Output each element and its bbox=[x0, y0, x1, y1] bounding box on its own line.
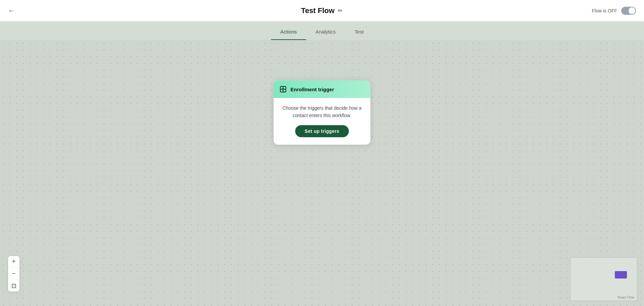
edit-icon[interactable]: ✏ bbox=[338, 7, 343, 14]
zoom-fit-button[interactable]: ⊡ bbox=[8, 280, 19, 292]
react-flow-label: React Flow bbox=[618, 296, 634, 299]
header-center: Test Flow ✏ bbox=[301, 6, 343, 15]
back-button[interactable]: ← bbox=[8, 7, 15, 14]
enrollment-trigger-icon bbox=[279, 85, 287, 93]
flow-canvas: Enrollment trigger Choose the triggers t… bbox=[0, 40, 644, 306]
tab-analytics[interactable]: Analytics bbox=[306, 26, 345, 40]
flow-status-label: Flow is OFF bbox=[592, 8, 617, 13]
tab-actions[interactable]: Actions bbox=[271, 26, 306, 40]
tab-test[interactable]: Test bbox=[345, 26, 373, 40]
enrollment-card[interactable]: Enrollment trigger Choose the triggers t… bbox=[273, 80, 371, 145]
card-header-title: Enrollment trigger bbox=[290, 87, 334, 92]
card-description: Choose the triggers that decide how a co… bbox=[280, 105, 364, 119]
app-header: ← Test Flow ✏ Flow is OFF bbox=[0, 0, 644, 21]
page-title: Test Flow bbox=[301, 6, 335, 15]
svg-point-1 bbox=[282, 88, 284, 90]
zoom-in-button[interactable]: + bbox=[8, 256, 19, 267]
setup-triggers-button[interactable]: Set up triggers bbox=[295, 125, 348, 137]
card-body: Choose the triggers that decide how a co… bbox=[274, 98, 370, 145]
minimap-card-indicator bbox=[615, 271, 627, 278]
zoom-out-button[interactable]: − bbox=[8, 268, 19, 279]
minimap: React Flow bbox=[570, 257, 637, 301]
tabs-bar: Actions Analytics Test bbox=[0, 21, 644, 40]
header-right: Flow is OFF bbox=[592, 7, 636, 15]
flow-toggle[interactable] bbox=[621, 7, 636, 15]
zoom-controls: + − ⊡ bbox=[8, 256, 19, 292]
card-header: Enrollment trigger bbox=[274, 81, 370, 98]
